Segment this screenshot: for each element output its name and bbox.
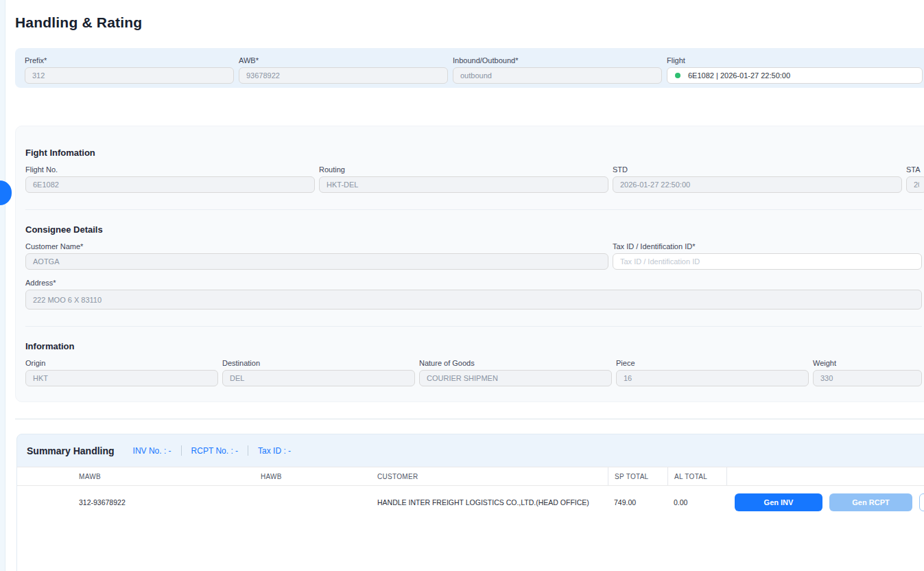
section-divider (25, 209, 922, 210)
address-field-group: Address* (25, 279, 922, 310)
summary-table: MAWB HAWB CUSTOMER SP TOTAL AL TOTAL 312… (17, 467, 924, 571)
col-header-actions (726, 467, 924, 485)
routing-label: Routing (319, 165, 608, 174)
customer-name-input (25, 253, 608, 270)
col-header-sp-total: SP TOTAL (615, 473, 648, 480)
col-header-hawb: HAWB (261, 473, 377, 480)
address-input (25, 290, 922, 310)
origin-label: Origin (25, 359, 218, 367)
information-heading: Information (25, 341, 922, 351)
details-card: Fight Infomation Flight No. Routing STD … (15, 126, 924, 402)
page-title: Handling & Rating (15, 14, 142, 31)
inbound-outbound-input (453, 67, 662, 84)
awb-label: AWB* (239, 56, 448, 65)
piece-field-group: Piece (616, 359, 809, 386)
table-header-row: MAWB HAWB CUSTOMER SP TOTAL AL TOTAL (17, 467, 924, 486)
awb-field-group: AWB* (239, 56, 448, 88)
drawer-toggle-handle[interactable] (0, 180, 12, 205)
gen-rcpt-button[interactable]: Gen RCPT (829, 493, 912, 511)
section-divider (25, 326, 922, 327)
flight-select-value: 6E1082 | 2026-01-27 22:50:00 (688, 71, 790, 80)
page-divider (15, 419, 924, 419)
awb-header-bar: Prefix* AWB* Inbound/Outbound* Flight 6E… (15, 48, 924, 88)
flight-status-dot-icon (675, 73, 680, 78)
std-label: STD (613, 165, 902, 174)
tax-id-label: Tax ID / Identification ID* (613, 242, 922, 250)
consignee-details-heading: Consignee Details (25, 224, 922, 235)
nature-of-goods-label: Nature of Goods (419, 359, 612, 367)
col-header-customer: CUSTOMER (377, 473, 608, 480)
address-label: Address* (25, 279, 922, 287)
piece-label: Piece (616, 359, 809, 367)
routing-field-group: Routing (319, 165, 608, 193)
summary-header: Summary Handling INV No. : - RCPT No. : … (17, 434, 924, 467)
gen-inv-button[interactable]: Gen INV (735, 493, 822, 511)
col-header-mawb: MAWB (79, 473, 261, 480)
customer-name-field-group: Customer Name* (25, 242, 608, 270)
tax-id-field-group: Tax ID / Identification ID* (613, 242, 922, 270)
summary-heading: Summary Handling (27, 445, 115, 456)
prefix-label: Prefix* (25, 56, 234, 65)
flight-no-field-group: Flight No. (25, 165, 315, 193)
inbound-outbound-label: Inbound/Outbound* (453, 56, 662, 65)
tax-id-input[interactable] (613, 253, 922, 270)
flight-no-input (25, 176, 315, 193)
summary-handling-card: Summary Handling INV No. : - RCPT No. : … (16, 434, 924, 571)
cell-sp-total: 749.00 (608, 498, 667, 506)
flight-no-label: Flight No. (25, 165, 315, 174)
row-action-button-partial[interactable] (919, 493, 924, 511)
col-header-al-total: AL TOTAL (674, 473, 707, 480)
cell-actions: Gen INV Gen RCPT (726, 493, 924, 511)
weight-input (813, 370, 922, 386)
flight-information-heading: Fight Infomation (25, 148, 922, 158)
destination-label: Destination (222, 359, 415, 367)
cell-customer: HANDLE INTER FREIGHT LOGISTICS CO.,LTD.(… (377, 498, 608, 506)
sta-label: STA (906, 165, 924, 174)
flight-label: Flight (667, 56, 923, 65)
nature-of-goods-input (419, 370, 612, 386)
link-separator (248, 445, 248, 456)
origin-input (25, 370, 218, 386)
piece-input (616, 370, 809, 386)
routing-input (319, 176, 608, 193)
summary-links: INV No. : - RCPT No. : - Tax ID : - (133, 445, 292, 456)
prefix-input (25, 67, 234, 84)
cell-mawb: 312-93678922 (79, 498, 261, 506)
std-input (613, 176, 902, 193)
flight-select[interactable]: 6E1082 | 2026-01-27 22:50:00 (667, 67, 923, 84)
flight-field-group: Flight 6E1082 | 2026-01-27 22:50:00 (667, 56, 923, 88)
weight-field-group: Weight (813, 359, 922, 386)
customer-name-label: Customer Name* (25, 242, 608, 250)
awb-input (239, 67, 448, 84)
weight-label: Weight (813, 359, 922, 367)
link-separator (181, 445, 182, 456)
collapsed-sidebar-rail (0, 0, 5, 571)
destination-input (222, 370, 415, 386)
table-row: 312-93678922 HANDLE INTER FREIGHT LOGIST… (17, 486, 924, 518)
summary-tax-id-text: Tax ID : - (258, 446, 291, 456)
origin-field-group: Origin (25, 359, 218, 386)
cell-al-total: 0.00 (667, 498, 726, 506)
sta-field-group: STA (906, 165, 924, 193)
destination-field-group: Destination (222, 359, 415, 386)
inbound-outbound-field-group: Inbound/Outbound* (453, 56, 662, 88)
rcpt-no-text: RCPT No. : - (191, 446, 238, 456)
sta-input (906, 176, 924, 193)
nature-of-goods-field-group: Nature of Goods (419, 359, 612, 386)
std-field-group: STD (613, 165, 902, 193)
prefix-field-group: Prefix* (25, 56, 234, 88)
inv-no-text: INV No. : - (133, 446, 171, 456)
